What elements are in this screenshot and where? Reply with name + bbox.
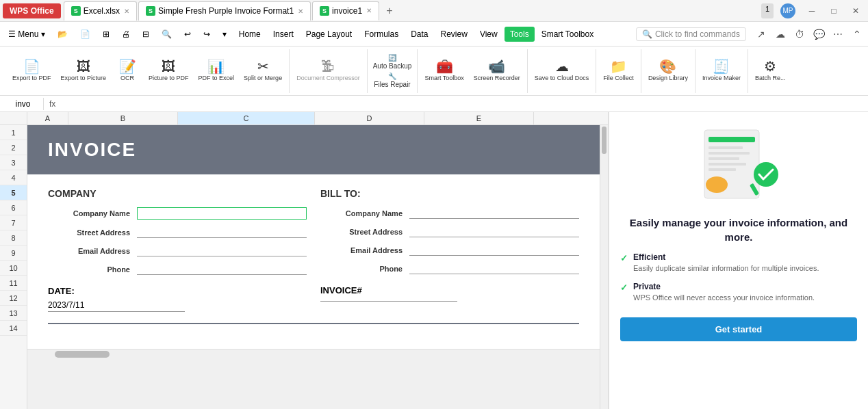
tab-invoice1[interactable]: S invoice1 ✕ xyxy=(312,1,379,21)
row-num-10[interactable]: 10 xyxy=(0,261,27,276)
phone-input[interactable] xyxy=(137,263,307,275)
row-num-6[interactable]: 6 xyxy=(0,200,27,215)
row-num-13[interactable]: 13 xyxy=(0,306,27,321)
invoice-format-tab-close[interactable]: ✕ xyxy=(298,8,303,15)
maximize-button[interactable]: □ xyxy=(824,3,843,18)
menu-view[interactable]: View xyxy=(474,27,503,42)
export-pdf-label: Export to PDF xyxy=(12,75,51,82)
tab-invoice-format[interactable]: S Simple Fresh Purple Invoice Format1 ✕ xyxy=(138,1,311,21)
cell-reference[interactable]: invo xyxy=(3,98,44,110)
company-name-input[interactable] xyxy=(137,207,307,220)
doc-compressor-button[interactable]: 🗜 Document Compressor xyxy=(292,52,364,90)
row-num-11[interactable]: 11 xyxy=(0,276,27,291)
menu-redo[interactable]: ↪ xyxy=(198,27,216,42)
files-repair-button[interactable]: 🔧 Files Repair xyxy=(370,71,415,89)
menu-hamburger[interactable]: ☰ Menu ▾ xyxy=(3,27,51,42)
save-cloud-button[interactable]: ☁ Save to Cloud Docs xyxy=(531,52,593,90)
menu-icon-new[interactable]: 📄 xyxy=(75,27,96,42)
invoice-maker-button[interactable]: 🧾 Invoice Maker xyxy=(698,52,745,90)
ocr-button[interactable]: 📝 OCR xyxy=(112,52,143,90)
bottom-scrollbar[interactable] xyxy=(27,349,600,358)
picture-to-pdf-button[interactable]: 🖼 Picture to PDF xyxy=(144,52,193,90)
minimize-button[interactable]: ─ xyxy=(802,3,821,18)
row-num-2[interactable]: 2 xyxy=(0,140,27,155)
private-name: Private xyxy=(633,282,815,291)
menu-icon-open[interactable]: 📂 xyxy=(52,27,73,42)
tab-excel[interactable]: S Excel.xlsx ✕ xyxy=(64,1,137,21)
vertical-scrollbar[interactable] xyxy=(600,125,608,409)
row-num-5[interactable]: 5 xyxy=(0,185,27,200)
row-num-12[interactable]: 12 xyxy=(0,291,27,306)
bill-company-name-input[interactable] xyxy=(409,207,579,219)
menu-formulas[interactable]: Formulas xyxy=(359,27,404,42)
menu-icon-print[interactable]: 🖨 xyxy=(116,27,136,42)
menu-icon-templates[interactable]: ⊞ xyxy=(97,27,115,42)
svg-point-8 xyxy=(706,176,728,193)
get-started-button[interactable]: Get started xyxy=(620,317,857,341)
bill-email-address-input[interactable] xyxy=(409,244,579,256)
menu-review[interactable]: Review xyxy=(435,27,473,42)
row-num-1[interactable]: 1 xyxy=(0,125,27,140)
invoice1-tab-icon: S xyxy=(320,6,329,16)
col-header-e[interactable]: E xyxy=(424,112,534,124)
row-num-9[interactable]: 9 xyxy=(0,246,27,261)
menu-icon-print2[interactable]: ⊟ xyxy=(137,27,155,42)
efficient-check-icon: ✓ xyxy=(620,253,628,263)
menu-page-layout[interactable]: Page Layout xyxy=(301,27,357,42)
close-button[interactable]: ✕ xyxy=(846,3,865,18)
pdf-to-excel-button[interactable]: 📊 PDF to Excel xyxy=(194,52,239,90)
export-picture-button[interactable]: 🖼 Export to Picture xyxy=(57,52,111,90)
wps-office-button[interactable]: WPS Office xyxy=(3,3,61,18)
svg-rect-3 xyxy=(709,152,750,155)
menu-icon-find[interactable]: 🔍 xyxy=(156,27,177,42)
user-avatar: MP xyxy=(780,3,795,18)
bill-email-address-row: Email Address xyxy=(320,244,579,256)
comment-icon[interactable]: 💬 xyxy=(810,26,827,42)
screen-recorder-button[interactable]: 📹 Screen Recorder xyxy=(470,52,524,90)
row-num-3[interactable]: 3 xyxy=(0,155,27,170)
menu-tools[interactable]: Tools xyxy=(505,27,535,42)
bill-street-address-label: Street Address xyxy=(320,228,409,236)
date-value: 2023/7/11 xyxy=(48,299,185,312)
excel-tab-close[interactable]: ✕ xyxy=(124,8,129,15)
cells-area[interactable]: INVOICE COMPANY Company Name xyxy=(27,125,600,409)
new-tab-button[interactable]: + xyxy=(381,2,398,20)
collapse-ribbon-icon[interactable]: ⌃ xyxy=(849,26,865,42)
invoice-number-section: INVOICE# xyxy=(320,285,579,302)
row-num-4[interactable]: 4 xyxy=(0,170,27,185)
history-icon[interactable]: ⏱ xyxy=(791,26,808,42)
menu-insert[interactable]: Insert xyxy=(268,27,299,42)
row-num-8[interactable]: 8 xyxy=(0,230,27,246)
horizontal-scrollbar-thumb[interactable] xyxy=(55,351,110,358)
cloud-icon[interactable]: ☁ xyxy=(772,26,789,42)
design-library-button[interactable]: 🎨 Design Library xyxy=(644,52,692,90)
batch-button[interactable]: ⚙ Batch Re... xyxy=(751,52,790,90)
street-address-input[interactable] xyxy=(137,226,307,238)
vertical-scrollbar-thumb[interactable] xyxy=(602,127,607,154)
menu-data[interactable]: Data xyxy=(405,27,433,42)
row-num-7[interactable]: 7 xyxy=(0,215,27,230)
menu-smart-toolbox[interactable]: Smart Toolbox xyxy=(536,27,599,42)
row-num-14[interactable]: 14 xyxy=(0,321,27,336)
col-header-c[interactable]: C xyxy=(178,112,315,124)
feature-efficient: ✓ Efficient Easily duplicate similar inf… xyxy=(620,252,857,274)
command-search[interactable]: 🔍 Click to find commands xyxy=(636,27,746,41)
col-header-a[interactable]: A xyxy=(27,112,68,124)
export-pdf-button[interactable]: 📄 Export to PDF xyxy=(8,52,55,90)
share-icon[interactable]: ↗ xyxy=(753,26,769,42)
file-collect-button[interactable]: 📁 File Collect xyxy=(599,52,638,90)
bill-street-address-input[interactable] xyxy=(409,226,579,237)
ocr-icon: 📝 xyxy=(119,60,136,73)
invoice1-tab-close[interactable]: ✕ xyxy=(366,7,372,14)
bill-phone-input[interactable] xyxy=(409,263,579,274)
more-icon[interactable]: ⋯ xyxy=(830,26,846,42)
col-header-b[interactable]: B xyxy=(68,112,178,124)
menu-undo[interactable]: ↩ xyxy=(179,27,196,42)
smart-toolbox-button[interactable]: 🧰 Smart Toolbox xyxy=(420,52,468,90)
auto-backup-button[interactable]: 🔄 Auto Backup xyxy=(370,53,415,70)
menu-redo-arrow[interactable]: ▾ xyxy=(217,27,232,42)
email-address-input[interactable] xyxy=(137,245,307,256)
split-merge-button[interactable]: ✂ Split or Merge xyxy=(240,52,286,90)
menu-home[interactable]: Home xyxy=(233,27,266,42)
col-header-d[interactable]: D xyxy=(315,112,424,124)
